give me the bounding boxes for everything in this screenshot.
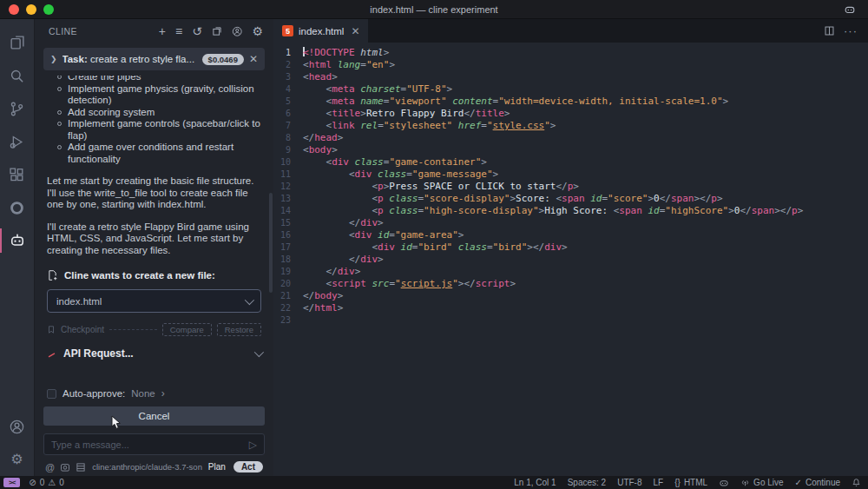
- tab-index-html[interactable]: 5 index.html ✕: [273, 19, 368, 43]
- auto-approve-label: Auto-approve:: [62, 388, 125, 399]
- code-line[interactable]: 2<html lang="en">: [273, 59, 868, 71]
- more-actions-icon[interactable]: ···: [844, 24, 858, 37]
- code-line[interactable]: 18 </div>: [273, 254, 868, 266]
- message-input[interactable]: [51, 439, 249, 450]
- todo-item: Implement game physics (gravity, collisi…: [35, 83, 273, 107]
- compare-button[interactable]: Compare: [162, 323, 212, 336]
- sidebar-bottom-controls: Auto-approve: None › Cancel ▷ @: [35, 382, 273, 476]
- code-line[interactable]: 15 </div>: [273, 217, 868, 229]
- screenshot-icon[interactable]: [60, 462, 70, 472]
- code-line[interactable]: 17 <div id="bird" class="bird"></div>: [273, 241, 868, 254]
- mention-icon[interactable]: @: [45, 462, 55, 472]
- plan-toggle[interactable]: Plan: [208, 462, 226, 472]
- act-toggle[interactable]: Act: [233, 461, 263, 472]
- context-icons: @: [45, 462, 86, 472]
- code-line[interactable]: 22</html>: [273, 302, 868, 314]
- encoding[interactable]: UTF-8: [617, 478, 641, 487]
- go-live-button[interactable]: Go Live: [740, 478, 783, 487]
- continue-button[interactable]: ✓ Continue: [795, 478, 840, 487]
- copilot-icon[interactable]: [844, 3, 856, 16]
- chevron-right-icon: ›: [161, 387, 165, 400]
- extensions-icon[interactable]: [0, 158, 35, 191]
- code-line[interactable]: 5 <meta name="viewport" content="width=d…: [273, 96, 868, 108]
- cline-icon[interactable]: [0, 224, 35, 257]
- code-line[interactable]: 21</body>: [273, 290, 868, 302]
- code-line[interactable]: 1<!DOCTYPE html>: [273, 47, 868, 59]
- context-row: @ cline:anthropic/claude-3.7-sonn: [45, 461, 263, 472]
- assistant-paragraph: I'll create a retro style Flappy Bird ga…: [47, 221, 261, 257]
- continue-extension-icon[interactable]: [0, 191, 35, 224]
- eol-sequence[interactable]: LF: [654, 478, 664, 487]
- editor-group: 5 index.html ✕ ··· 1<!DOCTYPE html>2<htm…: [273, 19, 868, 476]
- code-line[interactable]: 10 <div class="game-container">: [273, 156, 868, 169]
- task-expand-chevron[interactable]: ❯: [50, 55, 57, 63]
- message-input-wrap: ▷: [43, 433, 265, 455]
- todo-list: Create the pipesImplement game physics (…: [35, 76, 273, 165]
- main-area: ⚙ CLINE + ≡ ↺: [0, 19, 868, 476]
- code-line[interactable]: 3<head>: [273, 71, 868, 83]
- code-line[interactable]: 8</head>: [273, 132, 868, 144]
- activity-bar: ⚙: [0, 19, 35, 476]
- error-icon: ⊘: [29, 478, 36, 487]
- open-in-editor-icon[interactable]: [212, 26, 222, 36]
- cursor-position[interactable]: Ln 1, Col 1: [514, 478, 556, 487]
- api-request-row[interactable]: API Request...: [47, 347, 261, 360]
- code-line[interactable]: 14 <p class="high-score-display">High Sc…: [273, 205, 868, 217]
- copilot-status-icon[interactable]: [719, 478, 729, 488]
- send-icon[interactable]: ▷: [249, 439, 257, 451]
- code-line[interactable]: 20 <script src="script.js"></script>: [273, 278, 868, 290]
- code-editor[interactable]: 1<!DOCTYPE html>2<html lang="en">3<head>…: [273, 43, 868, 476]
- tab-close-icon[interactable]: ✕: [351, 25, 359, 37]
- auto-approve-row[interactable]: Auto-approve: None ›: [47, 387, 261, 400]
- task-close-icon[interactable]: ✕: [249, 53, 258, 65]
- account-icon[interactable]: [232, 26, 243, 37]
- code-line[interactable]: 13 <p class="score-display">Score: <span…: [273, 193, 868, 205]
- code-line[interactable]: 12 <p>Press SPACE or CLICK to start</p>: [273, 181, 868, 193]
- explorer-icon[interactable]: [0, 26, 35, 59]
- html5-file-icon: 5: [282, 25, 293, 36]
- language-mode[interactable]: {} HTML: [674, 478, 707, 487]
- code-line[interactable]: 4 <meta charset="UTF-8">: [273, 83, 868, 96]
- auto-approve-checkbox[interactable]: [47, 389, 56, 399]
- search-icon[interactable]: [0, 59, 35, 92]
- file-dropdown[interactable]: index.html: [47, 289, 261, 313]
- task-title: Task: create a retro style fla...: [62, 54, 197, 64]
- checkpoint-divider: [109, 329, 157, 330]
- sidebar-scrollbar[interactable]: [269, 193, 273, 293]
- api-request-status-icon: [47, 349, 56, 359]
- indentation[interactable]: Spaces: 2: [568, 478, 606, 487]
- settings-gear-icon[interactable]: ⚙: [252, 25, 263, 37]
- code-line[interactable]: 16 <div id="game-area">: [273, 229, 868, 241]
- vscode-window: index.html — cline experiment: [0, 0, 868, 489]
- split-editor-icon[interactable]: [824, 25, 835, 36]
- remote-indicator[interactable]: ><: [3, 478, 20, 487]
- task-card[interactable]: ❯ Task: create a retro style fla... $0.0…: [43, 48, 265, 70]
- code-line[interactable]: 7 <link rel="stylesheet" href="style.css…: [273, 120, 868, 132]
- mcp-server-icon[interactable]: [76, 462, 86, 472]
- cancel-button[interactable]: Cancel: [43, 406, 265, 426]
- model-name[interactable]: cline:anthropic/claude-3.7-sonnet: [92, 462, 202, 472]
- source-control-icon[interactable]: [0, 92, 35, 125]
- restore-button[interactable]: Restore: [217, 323, 261, 336]
- settings-gear-icon[interactable]: ⚙: [0, 443, 35, 476]
- account-icon[interactable]: [0, 410, 35, 443]
- api-request-label: API Request...: [63, 347, 247, 360]
- cline-sidebar: CLINE + ≡ ↺ ⚙: [35, 19, 273, 476]
- code-line[interactable]: 19 </div>: [273, 266, 868, 278]
- checkpoint-label: Checkpoint: [61, 325, 104, 334]
- notifications-bell-icon[interactable]: [852, 478, 861, 487]
- new-file-heading: Cline wants to create a new file:: [64, 270, 215, 281]
- bookmark-icon: [47, 325, 56, 334]
- error-count: 0: [40, 478, 45, 487]
- braces-icon: {}: [674, 478, 681, 487]
- history-icon[interactable]: ↺: [192, 25, 202, 37]
- code-line[interactable]: 11 <div class="game-message">: [273, 169, 868, 181]
- code-line[interactable]: 9<body>: [273, 144, 868, 156]
- run-debug-icon[interactable]: [0, 125, 35, 158]
- chevron-down-icon[interactable]: [254, 347, 264, 357]
- code-line[interactable]: 23: [273, 314, 868, 327]
- new-task-icon[interactable]: +: [159, 25, 166, 37]
- code-line[interactable]: 6 <title>Retro Flappy Bird</title>: [273, 108, 868, 120]
- mcp-servers-icon[interactable]: ≡: [175, 25, 182, 37]
- problems-indicator[interactable]: ⊘ 0 ⚠ 0: [29, 478, 63, 487]
